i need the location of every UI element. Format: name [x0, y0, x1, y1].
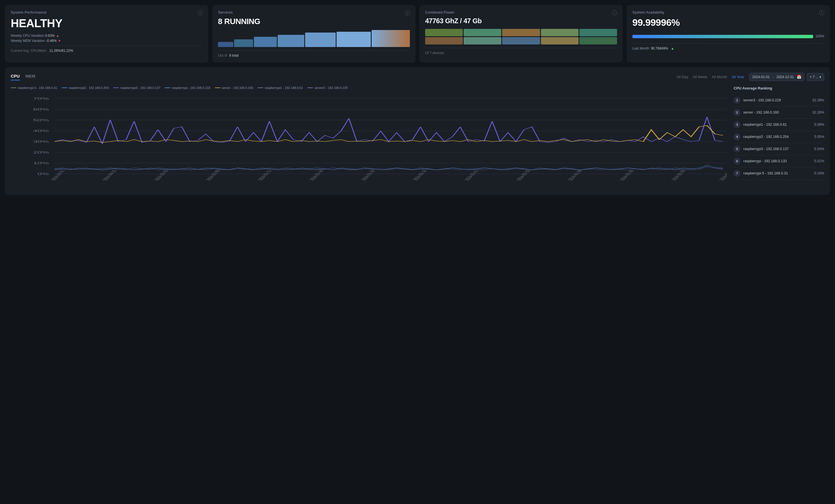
filter-all-month[interactable]: All Month — [711, 74, 728, 80]
svg-text:2024-05-28: 2024-05-28 — [618, 170, 635, 181]
svg-text:50%: 50% — [33, 119, 49, 122]
cpu-variation-trend-icon: ▲ — [56, 34, 59, 38]
filter-all-year[interactable]: All Year — [731, 74, 745, 80]
svg-text:20%: 20% — [33, 151, 49, 154]
power-cell-1 — [425, 29, 463, 36]
power-cell-6 — [425, 37, 463, 44]
legend-line-0 — [11, 87, 16, 88]
rank-pct-3: 5.05% — [814, 135, 824, 139]
legend-line-4 — [215, 87, 221, 88]
svg-text:10%: 10% — [33, 162, 49, 165]
legend-label-2: raspberrypi3 - 192.168.0.137 — [120, 86, 160, 89]
ranking-item-3: 4 raspberrypi2 - 192.168.0.254 5.05% — [734, 131, 824, 143]
svg-text:30%: 30% — [33, 140, 49, 143]
availability-bar-label: 100% — [815, 34, 824, 38]
legend-item-1: raspberrypi2 - 192.168.0.254 — [62, 86, 109, 89]
legend-item-2: raspberrypi3 - 192.168.0.137 — [113, 86, 160, 89]
rank-number-3: 4 — [734, 133, 740, 140]
services-value: 8 RUNNING — [218, 17, 410, 26]
rank-number-6: 7 — [734, 170, 740, 177]
rank-number-5: 6 — [734, 158, 740, 164]
filter-all-week[interactable]: All Week — [692, 74, 708, 80]
legend-line-6 — [307, 87, 313, 88]
legend-label-5: raspberrypi1 - 192.168.0.61 — [265, 86, 303, 89]
ranking-item-5: 6 raspberrypi - 192.168.0.133 5.01% — [734, 155, 824, 167]
svg-text:2024-05-23: 2024-05-23 — [515, 170, 532, 181]
svg-text:2024-05-14: 2024-05-14 — [308, 170, 325, 181]
services-meta: Out of 8 total — [218, 54, 410, 58]
ranking-item-0: 1 server3 - 192.168.0.229 32.39% — [734, 94, 824, 106]
power-cell-2 — [464, 29, 501, 36]
svg-text:2024-05-01: 2024-05-01 — [153, 170, 169, 181]
svg-text:60%: 60% — [33, 108, 49, 111]
rank-number-4: 5 — [734, 145, 740, 152]
rank-name-1: server - 192.168.0.160 — [743, 110, 812, 114]
system-performance-info-icon[interactable]: i — [198, 10, 203, 15]
ranking-title: CPU Average Ranking — [734, 86, 824, 90]
date-range-arrow: → — [771, 75, 775, 79]
combined-power-title: Combined Power — [425, 10, 454, 15]
legend-line-3 — [165, 87, 170, 88]
svg-text:40%: 40% — [33, 129, 49, 133]
rank-name-0: server3 - 192.168.0.229 — [743, 98, 812, 102]
last-month-label: Last Month — [632, 46, 649, 51]
rank-name-5: raspberrypi - 192.168.0.133 — [743, 159, 814, 163]
services-info-icon[interactable]: i — [405, 10, 410, 15]
legend-item-6: server3 - 192.168.0.229 — [307, 86, 348, 89]
rank-pct-6: 0.18% — [814, 171, 824, 175]
legend-line-2 — [113, 87, 119, 88]
combined-power-meta: Of 7 devices — [425, 51, 617, 55]
date-range-end: 2024-12-31 — [776, 75, 794, 79]
svg-text:2024-05-30: 2024-05-30 — [670, 170, 687, 181]
services-bar-chart — [218, 30, 410, 47]
filter-all-day[interactable]: All Day — [676, 74, 689, 80]
system-performance-title: System Performance — [11, 10, 47, 15]
rank-number-1: 2 — [734, 109, 740, 116]
availability-bar-fill — [632, 35, 813, 38]
date-range-picker[interactable]: 2024-01-01 → 2024-12-31 📅 — [749, 73, 805, 81]
rank-name-6: raspberrypi-5 - 192.168.0.31 — [743, 171, 814, 175]
svg-text:70%: 70% — [33, 97, 49, 100]
last-month-trend-icon: ▲ — [671, 46, 674, 51]
combined-power-card: Combined Power i 47763 GhZ / 47 Gb Of 7 … — [420, 5, 623, 63]
services-title: Services — [218, 10, 233, 15]
rank-pct-2: 5.08% — [814, 123, 824, 126]
svg-text:2024-05-16: 2024-05-16 — [360, 170, 376, 181]
chevron-down-icon: ▾ — [819, 75, 821, 79]
current-avg-row: Current Avg. CPU/Mem: 11.26%/81.22% — [11, 49, 203, 53]
svg-text:2024-05-11: 2024-05-11 — [257, 170, 273, 181]
combined-power-value: 47763 GhZ / 47 Gb — [425, 17, 617, 25]
ranking-panel: CPU Average Ranking 1 server3 - 192.168.… — [734, 86, 824, 189]
power-cell-7 — [464, 37, 501, 44]
legend-label-3: raspberrypi - 192.168.0.133 — [172, 86, 210, 89]
rank-name-3: raspberrypi2 - 192.168.0.254 — [743, 135, 814, 139]
top-cards-grid: System Performance i HEALTHY Weekly CPU … — [5, 5, 830, 63]
system-performance-card: System Performance i HEALTHY Weekly CPU … — [5, 5, 208, 63]
mem-variation-row: Weekly MEM Variation -0.46% ▼ — [11, 39, 203, 43]
power-cell-4 — [541, 29, 578, 36]
rank-name-2: raspberrypi1 - 192.168.0.61 — [743, 123, 814, 126]
tab-mem[interactable]: MEM — [25, 74, 35, 80]
combined-power-info-icon[interactable]: i — [612, 10, 617, 15]
tabs-row: CPU MEM All Day All Week All Month All Y… — [11, 73, 824, 81]
plus-filter-button[interactable]: + 7 ... ▾ — [807, 73, 824, 81]
tab-cpu[interactable]: CPU — [11, 74, 20, 80]
legend-label-1: raspberrypi2 - 192.168.0.254 — [69, 86, 109, 89]
availability-last-month-row: Last Month 90.78849% ▲ — [632, 46, 824, 51]
plus-btn-label: + 7 ... — [810, 75, 818, 79]
legend-item-4: server - 192.168.0.160 — [215, 86, 253, 89]
date-range-start: 2024-01-01 — [752, 75, 770, 79]
chart-left: raspberrypi-5 - 192.168.0.31 raspberrypi… — [11, 86, 727, 189]
chart-legend: raspberrypi-5 - 192.168.0.31 raspberrypi… — [11, 86, 727, 89]
legend-label-6: server3 - 192.168.0.229 — [314, 86, 348, 89]
system-availability-info-icon[interactable]: i — [819, 10, 824, 15]
system-availability-card: System Availability i 99.99996% 100% Las… — [627, 5, 830, 63]
svg-text:2024-05-31: 2024-05-31 — [718, 170, 727, 181]
ranking-item-4: 5 raspberrypi3 - 192.168.0.137 5.04% — [734, 143, 824, 155]
calendar-icon: 📅 — [797, 75, 801, 79]
cpu-variation-row: Weekly CPU Variation 0.63% ▲ — [11, 34, 203, 38]
ranking-item-2: 3 raspberrypi1 - 192.168.0.61 5.08% — [734, 119, 824, 131]
tab-group: CPU MEM — [11, 74, 35, 80]
last-month-value: 90.78849% — [651, 46, 668, 51]
rank-pct-0: 32.39% — [812, 98, 824, 102]
